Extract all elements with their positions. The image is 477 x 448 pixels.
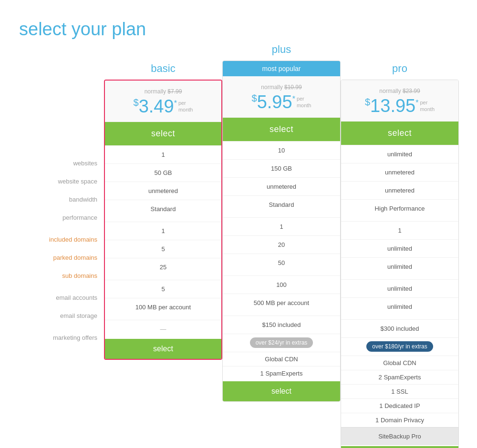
plus-plan-name: plus bbox=[222, 40, 341, 59]
label-email-accounts: email accounts bbox=[18, 288, 104, 306]
plus-websites: 10 bbox=[223, 141, 340, 159]
label-bandwidth: bandwidth bbox=[18, 190, 104, 208]
pro-website-space: unmetered bbox=[341, 163, 458, 181]
pro-marketing-offers: $300 included bbox=[341, 319, 458, 337]
basic-plan-header: basic bbox=[104, 59, 222, 80]
basic-normally: normally $7.99 bbox=[110, 88, 217, 95]
pro-extra-domain-privacy: 1 Domain Privacy bbox=[341, 413, 458, 427]
label-performance: performance bbox=[18, 208, 104, 226]
page-container: select your plan websites website space … bbox=[0, 0, 477, 448]
pro-select-button-bottom[interactable]: select bbox=[341, 446, 458, 448]
label-website-space: website space bbox=[18, 172, 104, 190]
basic-select-button-top[interactable]: select bbox=[105, 122, 221, 145]
pro-included-domains: 1 bbox=[341, 221, 458, 239]
plus-performance: Standard bbox=[223, 195, 340, 214]
label-marketing-offers: marketing offers bbox=[18, 328, 104, 346]
pro-plan-header: pro bbox=[341, 59, 459, 80]
plus-price-area: normally $10.99 $5.95* permonth bbox=[223, 76, 340, 118]
plus-extra-cdn: Global CDN bbox=[223, 352, 340, 366]
most-popular-badge: most popular bbox=[223, 61, 340, 76]
basic-price: $3.49* bbox=[134, 97, 177, 117]
pro-price: $13.95* bbox=[365, 96, 418, 116]
pro-extra-cdn: Global CDN bbox=[341, 356, 458, 370]
plus-features: 10 150 GB unmetered Standard 1 20 50 100… bbox=[223, 141, 340, 380]
basic-select-button-bottom[interactable]: select bbox=[105, 339, 221, 359]
plus-email-storage: 500 MB per account bbox=[223, 294, 340, 312]
basic-parked-domains: 5 bbox=[105, 240, 221, 258]
basic-plan-card: normally $7.99 $3.49* permonth select 1 … bbox=[104, 80, 222, 360]
pro-parked-domains: unlimited bbox=[341, 239, 458, 257]
pro-plan-column: pro normally $23.99 $13.95* permonth sel bbox=[341, 59, 459, 448]
basic-marketing-offers: — bbox=[105, 320, 221, 338]
plus-normally: normally $10.99 bbox=[228, 84, 335, 91]
plus-plan-column: plus most popular normally $10.99 $5.95*… bbox=[222, 40, 341, 402]
pro-bandwidth: unmetered bbox=[341, 181, 458, 199]
basic-bandwidth: unmetered bbox=[105, 182, 221, 200]
plus-per-month: permonth bbox=[297, 95, 311, 109]
pro-extras-badge-label: over $180/yr in extras bbox=[366, 341, 433, 352]
label-sub-domains: sub domains bbox=[18, 266, 104, 285]
pro-select-button-top[interactable]: select bbox=[341, 122, 458, 145]
plus-website-space: 150 GB bbox=[223, 159, 340, 177]
plus-sub-domains: 50 bbox=[223, 254, 340, 272]
plus-select-button-bottom[interactable]: select bbox=[223, 381, 340, 401]
basic-included-domains: 1 bbox=[105, 222, 221, 240]
pro-extras-badge: over $180/yr in extras bbox=[341, 337, 458, 356]
plus-parked-domains: 20 bbox=[223, 235, 340, 254]
label-websites: websites bbox=[18, 154, 104, 172]
pro-websites: unlimited bbox=[341, 145, 458, 163]
label-included-domains: included domains bbox=[18, 230, 104, 248]
pro-price-area: normally $23.99 $13.95* permonth bbox=[341, 80, 458, 122]
plus-original-price: $10.99 bbox=[284, 84, 302, 91]
basic-plan-column: basic normally $7.99 $3.49* permonth sel bbox=[104, 59, 222, 360]
feature-labels-column: websites website space bandwidth perform… bbox=[18, 59, 104, 346]
plus-included-domains: 1 bbox=[223, 217, 340, 235]
basic-plan-name: basic bbox=[104, 59, 222, 78]
pro-extra-spam: 2 SpamExperts bbox=[341, 370, 458, 384]
plus-plan-card: most popular normally $10.99 $5.95* perm… bbox=[222, 61, 341, 402]
basic-email-accounts: 5 bbox=[105, 280, 221, 298]
basic-website-space: 50 GB bbox=[105, 163, 221, 182]
plus-extra-spam: 1 SpamExperts bbox=[223, 366, 340, 380]
pro-sub-domains: unlimited bbox=[341, 257, 458, 275]
basic-websites: 1 bbox=[105, 145, 221, 163]
pro-plan-card: normally $23.99 $13.95* permonth select … bbox=[341, 80, 459, 448]
pro-plan-name: pro bbox=[341, 59, 459, 78]
plus-price: $5.95* bbox=[252, 92, 295, 112]
basic-features: 1 50 GB unmetered Standard 1 5 25 5 100 … bbox=[105, 145, 221, 338]
pro-sitebackup: SiteBackup Pro bbox=[341, 427, 458, 445]
pro-features: unlimited unmetered unmetered High Perfo… bbox=[341, 145, 458, 445]
plus-bandwidth: unmetered bbox=[223, 177, 340, 195]
label-parked-domains: parked domains bbox=[18, 248, 104, 266]
pro-normally: normally $23.99 bbox=[346, 88, 454, 94]
pro-per-month: permonth bbox=[420, 99, 435, 113]
pro-email-accounts: unlimited bbox=[341, 279, 458, 297]
pro-original-price: $23.99 bbox=[403, 88, 420, 94]
plus-extras-badge-label: over $24/yr in extras bbox=[250, 337, 313, 348]
basic-price-area: normally $7.99 $3.49* permonth bbox=[105, 81, 221, 122]
basic-performance: Standard bbox=[105, 200, 221, 218]
plus-plan-header: plus bbox=[222, 40, 341, 61]
label-email-storage: email storage bbox=[18, 306, 104, 325]
page-title: select your plan bbox=[19, 19, 458, 40]
pro-extra-ssl: 1 SSL bbox=[341, 384, 458, 398]
basic-original-price: $7.99 bbox=[167, 88, 182, 95]
plus-extras-badge: over $24/yr in extras bbox=[223, 334, 340, 352]
pro-extra-dedicated-ip: 1 Dedicated IP bbox=[341, 398, 458, 413]
plus-select-button-top[interactable]: select bbox=[223, 118, 340, 141]
plus-marketing-offers: $150 included bbox=[223, 316, 340, 334]
plus-email-accounts: 100 bbox=[223, 275, 340, 294]
basic-per-month: permonth bbox=[178, 100, 193, 113]
pro-email-storage: unlimited bbox=[341, 297, 458, 316]
pro-performance: High Performance bbox=[341, 199, 458, 217]
basic-email-storage: 100 MB per account bbox=[105, 298, 221, 316]
basic-sub-domains: 25 bbox=[105, 258, 221, 276]
plans-wrapper: websites website space bandwidth perform… bbox=[19, 59, 458, 448]
